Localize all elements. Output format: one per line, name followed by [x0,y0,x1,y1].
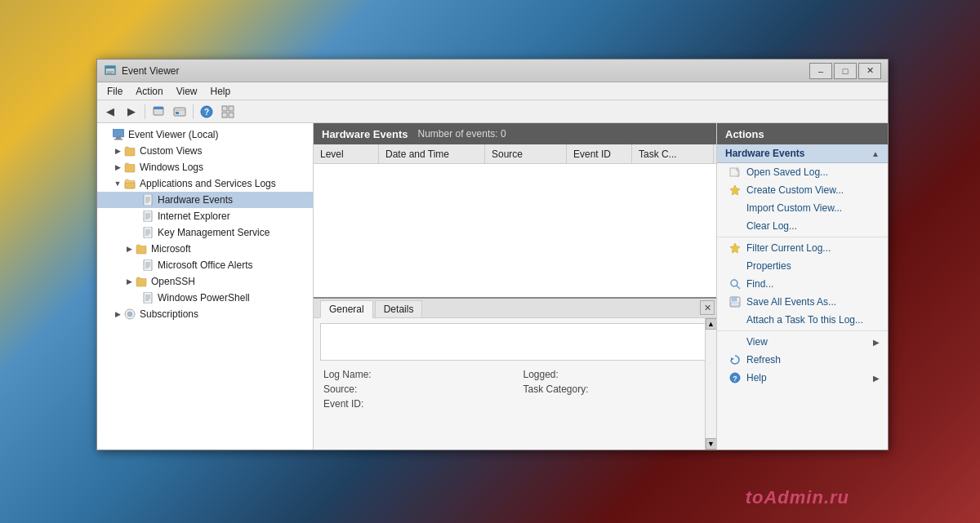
action-refresh[interactable]: Refresh [717,351,888,369]
col-task-header[interactable]: Task C... [632,144,714,163]
tree-item-event-viewer-local[interactable]: Event Viewer (Local) [97,126,313,143]
action-clear-log[interactable]: Clear Log... [717,217,888,235]
action-label: Save All Events As... [746,296,836,308]
svg-rect-12 [229,106,234,111]
col-level-header[interactable]: Level [314,144,379,163]
tree-label: Custom Views [140,145,202,157]
events-panel: Hardware Events Number of events: 0 Leve… [314,123,716,299]
tree-label: Key Management Service [158,227,270,238]
menu-view[interactable]: View [170,84,204,99]
actions-header: Actions [717,123,888,144]
tree-item-internet-explorer[interactable]: Internet Explorer [97,208,313,224]
svg-rect-23 [144,211,152,222]
tree-label: Windows Logs [140,162,203,173]
show-button[interactable] [170,103,189,121]
col-datetime-header[interactable]: Date and Time [379,144,485,163]
clear-log-icon [728,219,742,233]
tree-item-hardware-events[interactable]: Hardware Events [97,192,313,208]
maximize-button[interactable]: □ [834,63,857,79]
window-title: Event Viewer [122,65,809,77]
scroll-down-button[interactable]: ▼ [706,438,717,450]
help-button[interactable]: ? [197,103,216,121]
tree-item-key-management[interactable]: Key Management Service [97,224,313,241]
action-label: Refresh [746,354,781,366]
action-find[interactable]: Find... [717,275,888,293]
action-filter-log[interactable]: Filter Current Log... [717,239,888,257]
view-icon [728,335,742,348]
field-logged-label: Logged: [523,369,707,380]
events-header: Hardware Events Number of events: 0 [314,123,716,144]
tree-item-custom-views[interactable]: ▶ Custom Views [97,143,313,159]
menu-file[interactable]: File [100,84,129,99]
help-action-icon: ? [728,371,742,384]
tree-item-subscriptions[interactable]: ▶ Subscriptions [97,306,313,322]
window-icon [104,64,117,78]
action-label: Find... [746,278,773,290]
tree-item-openssh[interactable]: ▶ OpenSSH [97,273,313,290]
action-separator-2 [717,330,888,331]
detail-close-button[interactable]: ✕ [700,300,715,315]
tree-item-microsoft[interactable]: ▶ Microsoft [97,241,313,257]
events-body [314,164,716,297]
tree-item-windows-logs[interactable]: ▶ Windows Logs [97,159,313,175]
events-count: Number of events: 0 [418,128,506,140]
detail-fields: Log Name: Logged: Source: Task Category:… [314,366,716,413]
action-open-saved-log[interactable]: Open Saved Log... [717,163,888,181]
back-button[interactable]: ◀ [100,103,120,121]
actions-section-title[interactable]: Hardware Events ▲ [717,144,888,163]
tree-label: Subscriptions [140,308,198,320]
minimize-button[interactable]: – [809,63,832,79]
folder-icon [135,275,148,288]
up-button[interactable] [149,103,168,121]
menu-help[interactable]: Help [204,84,238,99]
action-label: Import Custom View... [746,202,842,214]
tree-arrow: ▶ [112,147,123,155]
action-help[interactable]: ? Help ▶ [717,369,888,387]
action-label: Filter Current Log... [746,242,831,254]
tree-item-windows-powershell[interactable]: Windows PowerShell [97,290,313,306]
actions-panel: Actions Hardware Events ▲ Open Saved Log… [716,123,888,450]
scroll-up-button[interactable]: ▲ [706,318,717,330]
col-source-header[interactable]: Source [485,144,567,163]
svg-text:?: ? [204,108,209,117]
folder-icon [123,144,136,157]
svg-rect-17 [114,139,122,140]
scroll-track [706,330,717,438]
field-source-label: Source: [323,383,507,395]
action-import-custom-view[interactable]: Import Custom View... [717,199,888,217]
events-title: Hardware Events [322,128,408,140]
svg-marker-47 [730,243,740,253]
tree-arrow: ▶ [112,163,123,171]
svg-rect-15 [113,129,124,137]
svg-rect-13 [222,113,227,117]
action-attach-task[interactable]: Attach a Task To this Log... [717,311,888,329]
tab-details[interactable]: Details [375,300,423,317]
section-arrow-icon: ▲ [871,149,880,158]
folder-icon [123,161,136,174]
action-label: Create Custom View... [746,184,844,196]
tree-label: Internet Explorer [158,211,230,222]
action-save-all-events[interactable]: Save All Events As... [717,293,888,311]
tree-arrow: ▶ [123,277,135,286]
col-eventid-header[interactable]: Event ID [567,144,632,163]
tree-label: Microsoft Office Alerts [158,259,252,271]
svg-line-49 [737,286,740,289]
detail-text-area [320,323,710,361]
grid-button[interactable] [218,103,238,121]
close-button[interactable]: ✕ [858,63,881,79]
tree-arrow: ▼ [112,180,123,188]
menu-action[interactable]: Action [129,84,169,99]
watermark: toAdmin.ru [746,487,849,508]
tree-item-ms-office-alerts[interactable]: Microsoft Office Alerts [97,257,313,273]
action-view[interactable]: View ▶ [717,333,888,351]
action-properties[interactable]: Properties [717,257,888,275]
svg-rect-38 [144,292,152,304]
action-label: Attach a Task To this Log... [746,314,863,326]
main-content: Event Viewer (Local) ▶ Custom Views ▶ [97,123,888,450]
tree-item-app-services-logs[interactable]: ▼ Applications and Services Logs [97,175,313,192]
forward-button[interactable]: ▶ [122,103,141,121]
svg-rect-51 [732,297,737,301]
tab-general[interactable]: General [320,300,373,318]
action-create-custom-view[interactable]: Create Custom View... [717,181,888,199]
action-label: Open Saved Log... [746,166,828,178]
